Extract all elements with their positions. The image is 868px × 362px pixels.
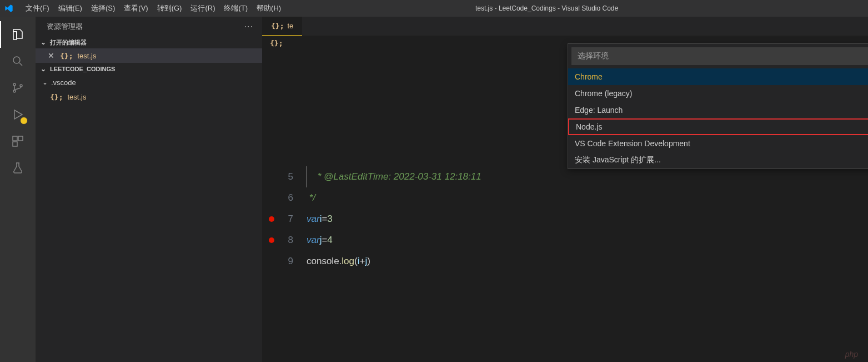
line-number: 6 [262, 187, 307, 209]
menu-run[interactable]: 运行(R) [186, 3, 219, 13]
main-area: 资源管理器 ··· ⌄ 打开的编辑器 ✕ {}; test.js ⌄ LEETC… [0, 17, 868, 362]
debug-badge-icon [20, 117, 28, 125]
code-line: */ [307, 187, 868, 209]
tree-file[interactable]: {}; test.js [36, 90, 262, 104]
line-number: 9 [262, 251, 307, 272]
tree-folder[interactable]: ⌄ .vscode [36, 75, 262, 90]
close-icon[interactable]: ✕ [48, 51, 54, 60]
svg-rect-6 [13, 142, 17, 146]
folder-name: .vscode [51, 78, 76, 87]
explorer-sidebar: 资源管理器 ··· ⌄ 打开的编辑器 ✕ {}; test.js ⌄ LEETC… [36, 17, 262, 362]
vscode-logo-icon [4, 4, 13, 13]
editor-tab[interactable]: {}; te [262, 17, 302, 36]
menu-select[interactable]: 选择(S) [87, 3, 119, 13]
sidebar-header: 资源管理器 ··· [36, 17, 262, 36]
line-number: 7 [262, 209, 307, 230]
svg-point-2 [13, 90, 16, 92]
gutter: 56789 [262, 166, 307, 362]
tree-file-name: test.js [67, 93, 86, 101]
chevron-down-icon: ⌄ [39, 38, 48, 46]
activity-extensions[interactable] [4, 128, 31, 155]
quick-pick-item[interactable]: Chrome [568, 68, 868, 85]
svg-point-0 [13, 57, 20, 63]
tab-label: te [287, 22, 293, 30]
js-file-icon: {}; [270, 39, 283, 47]
chevron-down-icon: ⌄ [42, 78, 48, 86]
project-section[interactable]: ⌄ LEETCODE_CODINGS [36, 63, 262, 75]
quick-pick-item[interactable]: VS Code Extension Development [568, 135, 868, 152]
window-title: test.js - LeetCode_Codings - Visual Stud… [230, 4, 864, 12]
quick-pick-input[interactable]: 选择环境 [571, 47, 868, 65]
activity-debug[interactable] [4, 101, 31, 128]
code-content: * @LastEditTime: 2022-03-31 12:18:11 */v… [307, 166, 868, 362]
js-file-icon: {}; [50, 93, 63, 101]
menu-go[interactable]: 转到(G) [153, 3, 187, 13]
sidebar-title: 资源管理器 [47, 22, 83, 32]
activity-search[interactable] [4, 48, 31, 75]
activity-testing[interactable] [4, 155, 31, 181]
quick-pick-item[interactable]: 安装 JavaScript 的扩展... [568, 152, 868, 168]
activity-bar [0, 17, 36, 362]
svg-rect-5 [18, 136, 23, 141]
menu-view[interactable]: 查看(V) [119, 3, 152, 13]
menu-file[interactable]: 文件(F) [21, 3, 54, 13]
activity-source-control[interactable] [4, 75, 31, 101]
activity-explorer[interactable] [4, 21, 31, 48]
quick-pick-item[interactable]: Edge: Launch [568, 102, 868, 118]
breakpoint-icon[interactable] [269, 216, 274, 222]
line-number: 8 [262, 230, 307, 251]
code-line: * @LastEditTime: 2022-03-31 12:18:11 [307, 166, 868, 187]
open-editor-filename: test.js [77, 52, 96, 60]
files-icon [11, 28, 24, 41]
quick-pick: 选择环境 ChromeChrome (legacy)Edge: LaunchNo… [568, 43, 868, 169]
open-editors-section[interactable]: ⌄ 打开的编辑器 [36, 36, 262, 48]
code-line: var i = 3 [307, 209, 868, 230]
svg-rect-4 [13, 136, 17, 141]
project-label: LEETCODE_CODINGS [50, 66, 115, 72]
search-icon [11, 54, 24, 68]
js-file-icon: {}; [271, 22, 284, 30]
svg-point-1 [13, 83, 16, 86]
chevron-down-icon: ⌄ [39, 65, 48, 73]
quick-pick-list: ChromeChrome (legacy)Edge: LaunchNode.js… [568, 68, 868, 168]
svg-point-3 [20, 85, 22, 87]
open-editor-item[interactable]: ✕ {}; test.js [36, 48, 262, 63]
watermark: php [845, 350, 858, 359]
title-bar: 文件(F) 编辑(E) 选择(S) 查看(V) 转到(G) 运行(R) 终端(T… [0, 0, 868, 17]
code-line: console.log(i+j) [307, 251, 868, 272]
js-file-icon: {}; [60, 52, 73, 60]
branch-icon [11, 81, 24, 95]
sidebar-more-icon[interactable]: ··· [244, 22, 253, 32]
quick-pick-item[interactable]: Node.js [568, 118, 868, 135]
tab-bar: {}; te [262, 17, 868, 36]
beaker-icon [11, 161, 24, 175]
editor-area: {}; te {}; 56789 * @LastEditTime: 2022-0… [262, 17, 868, 362]
menu-edit[interactable]: 编辑(E) [54, 3, 87, 13]
code-line: var j = 4 [307, 230, 868, 251]
breakpoint-icon[interactable] [269, 237, 274, 243]
extensions-icon [11, 135, 24, 148]
quick-pick-item[interactable]: Chrome (legacy) [568, 85, 868, 102]
line-number: 5 [262, 166, 307, 187]
open-editors-label: 打开的编辑器 [50, 38, 87, 47]
